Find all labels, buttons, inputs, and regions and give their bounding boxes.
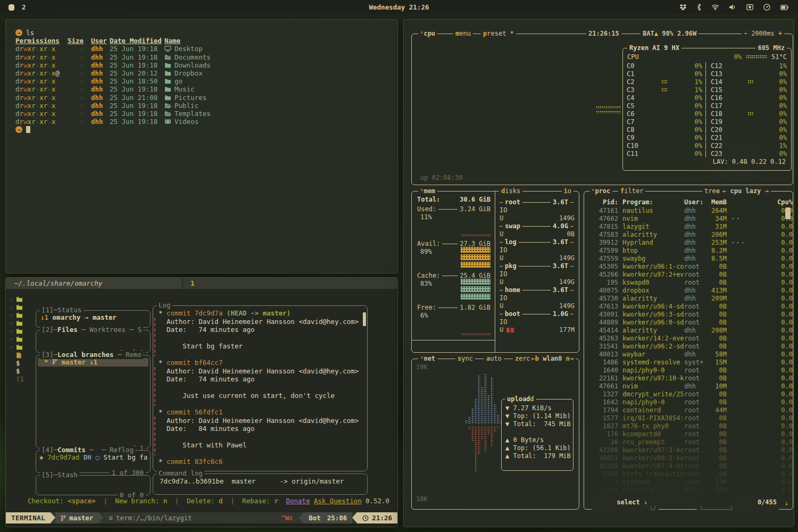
process-row[interactable]: 1827mt76-tx phy0root0B0.0 <box>584 422 793 430</box>
tree-item[interactable]: › <box>6 303 35 311</box>
tree-item[interactable]: › <box>6 319 35 327</box>
battery-icon[interactable] <box>780 5 788 10</box>
process-row[interactable]: 40013waybardhh58M0.0 <box>584 350 793 358</box>
process-row[interactable]: 47161nautilusdhh264M0.0 <box>584 206 793 214</box>
tree-item[interactable]: › <box>6 343 35 351</box>
btop-window[interactable]: ¹cpu menu preset * 21:26:15 BAT▲ 98% 2.9… <box>403 19 794 527</box>
tree-item[interactable]: › <box>6 311 35 319</box>
terminal-window-ls[interactable]: → ls PermissionsSizeUserDate ModifiedNam… <box>5 19 398 273</box>
process-row[interactable]: 1642napi/phy0-0root0B0.0 <box>584 398 793 406</box>
preset-button[interactable]: preset * <box>481 29 516 37</box>
process-row[interactable]: 45266kworker/u97:2+evroot0B0.0 <box>584 270 793 278</box>
tree-item[interactable]: $ <box>6 359 35 367</box>
proc-box-tab[interactable]: ⁴proc <box>589 187 612 195</box>
process-row[interactable]: 47583alacrittydhh206M0.0 <box>584 230 793 238</box>
process-row[interactable]: 1794containerdroot44M0.0 <box>584 406 793 414</box>
lazygit-log-panel[interactable]: Log * commit 7dc9d7a (HEAD -> master) Au… <box>153 305 368 471</box>
perm-char: w <box>23 102 28 110</box>
keybind-hint[interactable]: Rebase: r <box>242 497 282 505</box>
process-row[interactable]: 1640napi/phy0-0root0B0.0 <box>584 366 793 374</box>
process-row[interactable]: 42208kworker/u97:3-kcroot0B0.0 <box>584 446 793 454</box>
lazygit-command-log-panel[interactable]: Command log 7dc9d7a..b3691be master -> o… <box>153 473 368 495</box>
lazygit-files-panel[interactable]: [2]─Files ─ Worktrees ─ S 0 of 0 <box>36 330 151 353</box>
branch-row-master[interactable]: * master ↓1 <box>38 358 148 367</box>
log-scrollbar[interactable] <box>363 312 366 326</box>
workspace-indicator-icon[interactable] <box>9 4 14 11</box>
process-row[interactable]: 40075dropboxdhh413M0.0 <box>584 286 793 294</box>
lazygit-stash-panel[interactable]: [5]─Stash 0 of 0 <box>36 475 151 495</box>
process-row[interactable]: 45414alacrittydhh208M0.0 <box>584 326 793 334</box>
volume-icon[interactable] <box>729 4 736 10</box>
btop-net-box[interactable]: ³net sync auto zero ←b wlan0 n→ 10K 10K … <box>411 359 579 510</box>
proc-select-hint[interactable]: select ↓ <box>592 491 650 513</box>
proc-sort-nav[interactable]: ← cpu lazy → <box>720 187 771 195</box>
ask-question-link[interactable]: Ask Question <box>314 497 362 505</box>
file-tree-strip[interactable]: ››››››› $ $ (1 <box>6 295 35 383</box>
lazygit-commits-panel[interactable]: [4]─Commits ─ ─ Reflog ◆ 7dc9d7ad DH ○ S… <box>36 450 151 473</box>
process-row[interactable]: 1380btrfs-transactioroot0B0.0 <box>584 470 793 478</box>
process-row[interactable]: 39912Hyprlanddhh253M···0.0 <box>584 238 793 246</box>
process-row[interactable]: 47662nvimdhh34M··0.0 <box>584 214 793 222</box>
keybind-hint[interactable]: Delete: d <box>187 497 227 505</box>
tree-item[interactable] <box>6 351 35 359</box>
prompt-line-next[interactable]: → <box>15 126 397 134</box>
menu-button[interactable]: menu <box>453 29 473 37</box>
refresh-interval-control[interactable]: - 2000ms + <box>742 29 784 37</box>
process-row[interactable]: 42389kworker/u97:4-btroot0B0.0 <box>584 462 793 470</box>
process-row[interactable]: 195kswapd0root0B0.0 <box>584 278 793 286</box>
process-row[interactable]: 44889kworker/u96:0-sdroot0B0.0 <box>584 318 793 326</box>
tree-item[interactable]: › <box>6 295 35 303</box>
neovim-lazygit-window[interactable]: ~/.local/share/omarchy 1 ››››››› $ $ (1 … <box>5 277 398 527</box>
process-row[interactable]: 47613kworker/u96:4-sdroot0B0.0 <box>584 302 793 310</box>
cpu-box-tab[interactable]: ¹cpu <box>418 29 437 37</box>
proc-scrollbar[interactable] <box>785 207 791 219</box>
btop-mem-box[interactable]: ²mem disks io Total:30.6 GiBUsed:3.24 Gi… <box>411 191 579 353</box>
process-row[interactable]: 47559swaybgdhh8.5M0.0 <box>584 254 793 262</box>
process-row[interactable]: 16rcu_preemptroot0B0.0 <box>584 438 793 446</box>
donate-link[interactable]: Donate <box>286 497 310 505</box>
process-row[interactable]: 47599btopdhh8.2M0.0 <box>584 246 793 254</box>
lazygit-branches-panel[interactable]: [3]─Local branches ─ Remo * master ↓1 1 … <box>36 355 151 448</box>
process-row[interactable]: 176kcompactd0root0B0.0 <box>584 430 793 438</box>
process-row[interactable]: 45305kworker/u96:1-coroot0B0.0 <box>584 262 793 270</box>
proc-tree-toggle[interactable]: tree <box>702 187 722 195</box>
tree-item[interactable]: $ <box>6 367 35 375</box>
gauge-icon[interactable] <box>763 4 770 11</box>
statusline-branch[interactable]: master <box>55 512 98 523</box>
col-cpu[interactable]: Cpu% <box>761 198 793 206</box>
keybind-hint[interactable]: New branch: n <box>115 497 171 505</box>
process-row[interactable]: 47815lazygitdhh31M0.0 <box>584 222 793 230</box>
tree-item[interactable]: › <box>6 327 35 335</box>
process-row[interactable]: 45263kworker/14:2-everoot0B0.0 <box>584 334 793 342</box>
process-row[interactable]: 1327dmcrypt_write/25root0B0.0 <box>584 390 793 398</box>
btop-cpu-box[interactable]: ¹cpu menu preset * 21:26:15 BAT▲ 98% 2.9… <box>411 34 793 185</box>
screencast-icon[interactable] <box>746 4 753 10</box>
process-row[interactable]: 31541kworker/u96:2-sdroot0B0.0 <box>584 342 793 350</box>
statusline-file[interactable]: ≡ term:/…/bin/lazygit <box>103 512 197 523</box>
dropbox-icon[interactable] <box>679 4 687 11</box>
keybind-hint[interactable]: Checkout: <space> <box>28 497 99 505</box>
process-row[interactable]: 43091kworker/u96:3-sdroot0B0.0 <box>584 310 793 318</box>
tree-item[interactable]: › <box>6 335 35 343</box>
col-user[interactable]: User: <box>684 198 708 206</box>
process-row[interactable]: 1486systemd-resolvesyst+15M0.0 <box>584 358 793 366</box>
proc-scroll-down-icon[interactable]: ↓ <box>785 500 788 507</box>
winbar-path-segment[interactable]: ~/.local/share/omarchy <box>6 278 182 289</box>
commit-row[interactable]: ◆ 7dc9d7ad DH ○ Start bg fa <box>36 453 150 462</box>
btop-proc-box[interactable]: ⁴proc filter tree ← cpu lazy → Pid: Prog… <box>584 191 793 510</box>
col-program[interactable]: Program: <box>622 198 684 206</box>
wifi-icon[interactable] <box>711 4 719 10</box>
process-row[interactable]: 1systemdroot13M0.0 <box>584 478 793 486</box>
process-row[interactable]: 1577irq/81-PIXA3854:root0B0.0 <box>584 414 793 422</box>
col-pid[interactable]: Pid: <box>584 198 618 206</box>
col-memb[interactable]: MemB <box>708 198 727 206</box>
process-row[interactable]: 22161kworker/u97:10-kroot0B0.0 <box>584 374 793 382</box>
tree-item[interactable]: (1 <box>6 375 35 383</box>
process-row[interactable]: 47661nvimdhh10M0.0 <box>584 382 793 390</box>
bluetooth-icon[interactable] <box>697 4 701 11</box>
workspace-number[interactable]: 2 <box>22 3 26 11</box>
process-row[interactable]: 46072kworker/u98:2-kvroot0B0.0 <box>584 454 793 462</box>
tab-1[interactable]: 1 <box>183 278 397 289</box>
proc-filter-button[interactable]: filter <box>618 187 645 195</box>
process-row[interactable]: 45730alacrittydhh209M0.0 <box>584 294 793 302</box>
